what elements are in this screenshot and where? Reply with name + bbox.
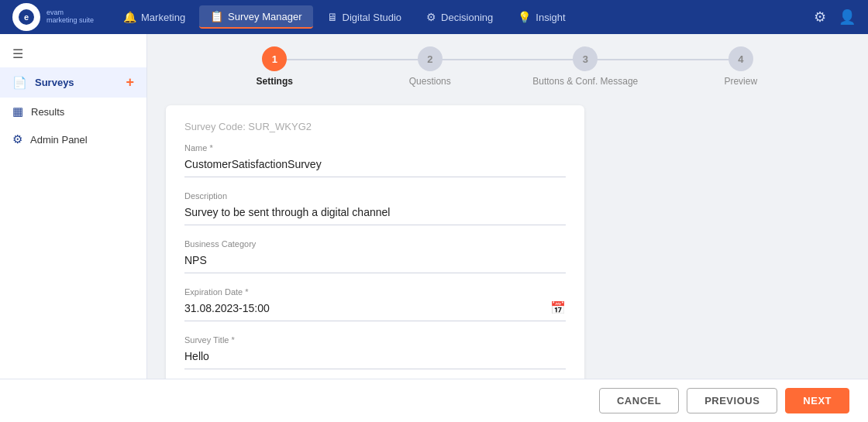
step-settings[interactable]: 1 Settings [197,46,353,87]
hamburger-menu[interactable]: ☰ [0,40,146,67]
nav-survey-manager[interactable]: 📋 Survey Manager [199,5,312,29]
field-description-value[interactable]: Survey to be sent through a digital chan… [184,204,566,225]
add-survey-button[interactable]: + [126,74,134,91]
field-survey-title-value[interactable]: Hello [184,348,566,369]
sidebar-item-results[interactable]: ▦ Results [0,98,146,125]
step-4-label: Preview [724,76,757,87]
marketing-icon: 🔔 [123,11,136,23]
step-questions[interactable]: 2 Questions [353,46,508,87]
field-description: Description Survey to be sent through a … [184,191,566,225]
nav-items: 🔔 Marketing 📋 Survey Manager 🖥 Digital S… [112,5,814,29]
step-3-circle: 3 [573,46,598,71]
admin-icon: ⚙ [12,132,22,146]
survey-manager-icon: 📋 [210,10,223,22]
svg-text:e: e [24,12,29,22]
step-preview[interactable]: 4 Preview [663,46,819,87]
nav-marketing[interactable]: 🔔 Marketing [112,6,196,28]
decisioning-icon: ⚙ [426,11,436,23]
sidebar-item-surveys[interactable]: 📄 Surveys + [0,67,146,98]
next-button[interactable]: NEXT [785,388,849,413]
main-layout: ☰ 📄 Surveys + ▦ Results ⚙ Admin Panel 1 … [0,34,868,422]
previous-button[interactable]: PREVIOUS [687,388,777,413]
field-name-value[interactable]: CustomerSatisfactionSurvey [184,156,566,177]
nav-decisioning[interactable]: ⚙ Decisioning [415,6,504,28]
nav-insight[interactable]: 💡 Insight [507,6,576,28]
cancel-button[interactable]: CANCEL [599,388,679,413]
survey-code: Survey Code: SUR_WKYG2 [184,121,566,132]
logo-icon: e [12,3,40,31]
field-name-label: Name * [184,143,566,153]
field-expiration-date-label: Expiration Date * [184,287,566,297]
bottom-action-bar: CANCEL PREVIOUS NEXT [0,379,868,422]
field-expiration-date: Expiration Date * 31.08.2023-15:00 📅 [184,287,566,321]
digital-studio-icon: 🖥 [327,11,338,23]
settings-form: Survey Code: SUR_WKYG2 Name * CustomerSa… [166,105,584,422]
step-4-circle: 4 [728,46,753,71]
logo-area[interactable]: e evam marketing suite [12,3,94,31]
calendar-icon[interactable]: 📅 [550,300,566,315]
step-buttons-conf[interactable]: 3 Buttons & Conf. Message [508,46,663,87]
step-2-label: Questions [409,76,451,87]
nav-right-controls: ⚙ 👤 [814,9,856,26]
field-survey-title: Survey Title * Hello [184,335,566,369]
step-1-circle: 1 [262,46,287,71]
insight-icon: 💡 [518,11,531,23]
brand-name: evam marketing suite [46,9,94,25]
field-business-category: Business Category NPS [184,239,566,273]
field-expiration-date-value[interactable]: 31.08.2023-15:00 📅 [184,300,566,321]
surveys-icon: 📄 [12,76,27,90]
profile-icon[interactable]: 👤 [839,9,856,26]
field-business-category-value[interactable]: NPS [184,252,566,273]
results-icon: ▦ [12,105,23,118]
field-survey-title-label: Survey Title * [184,335,566,345]
stepper: 1 Settings 2 Questions 3 Buttons & Conf.… [166,46,849,87]
field-description-label: Description [184,191,566,201]
top-navigation: e evam marketing suite 🔔 Marketing 📋 Sur… [0,0,868,34]
settings-icon[interactable]: ⚙ [814,9,826,26]
step-2-circle: 2 [418,46,443,71]
field-business-category-label: Business Category [184,239,566,249]
sidebar: ☰ 📄 Surveys + ▦ Results ⚙ Admin Panel [0,34,147,422]
step-3-label: Buttons & Conf. Message [532,76,638,87]
sidebar-item-admin-panel[interactable]: ⚙ Admin Panel [0,125,146,153]
content-area: 1 Settings 2 Questions 3 Buttons & Conf.… [147,34,868,422]
page-wrapper: ☰ 📄 Surveys + ▦ Results ⚙ Admin Panel 1 … [0,34,868,422]
nav-digital-studio[interactable]: 🖥 Digital Studio [316,6,413,28]
step-1-label: Settings [257,76,293,87]
field-name: Name * CustomerSatisfactionSurvey [184,143,566,177]
